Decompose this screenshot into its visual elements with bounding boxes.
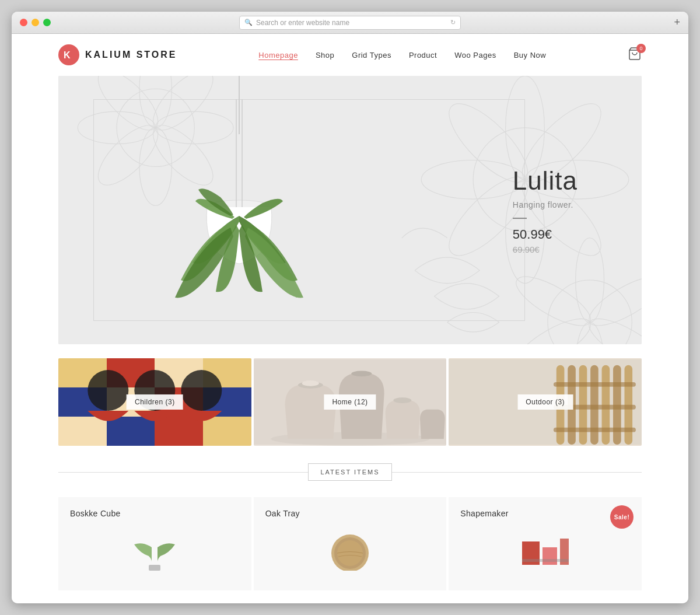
svg-rect-56 [542,547,557,565]
minimize-button[interactable] [32,19,39,26]
reload-icon[interactable]: ↻ [450,19,456,26]
product-img-svg-0 [120,530,190,571]
svg-point-21 [548,280,632,344]
sale-badge: Sale! [610,505,634,529]
svg-point-24 [583,310,642,344]
maximize-button[interactable] [43,19,51,26]
svg-rect-47 [625,365,633,445]
category-label-children: Children (3) [127,394,183,410]
svg-rect-50 [554,428,636,432]
category-outdoor[interactable]: Outdoor (3) [449,358,642,446]
hero-product-name: Lulita [513,166,578,197]
nav-homepage[interactable]: Homepage [258,51,298,60]
plant-container [128,76,350,344]
latest-section: LATEST ITEMS Boskke Cube [58,463,642,590]
svg-point-54 [337,540,363,566]
svg-point-23 [583,268,642,335]
svg-rect-46 [613,365,621,445]
hero-product-subtitle: Hanging flower. [513,200,578,209]
category-home[interactable]: Home (12) [254,358,447,446]
product-title-1: Oak Tray [265,509,435,518]
address-bar[interactable]: 🔍 Search or enter website name ↻ [239,16,461,30]
svg-point-26 [510,310,597,344]
latest-title: LATEST ITEMS [308,463,391,481]
svg-point-39 [393,397,411,403]
site-header: K KALIUM STORE Homepage Shop Grid Types … [12,34,688,76]
svg-point-33 [181,370,222,411]
hero-text-block: Lulita Hanging flower. 50.99€ 69.90€ [513,166,578,254]
products-grid: Boskke Cube Oak Tray [58,497,642,590]
nav-product[interactable]: Product [409,51,437,60]
logo-icon: K [58,44,79,65]
svg-point-37 [302,380,318,386]
cart-badge: 0 [636,44,646,53]
product-card-2[interactable]: Sale! Shapemaker [449,497,642,590]
logo-text: KALIUM STORE [85,50,177,60]
search-icon: 🔍 [244,19,253,26]
latest-line-left [58,472,308,473]
browser-window: 🔍 Search or enter website name ↻ + K KAL… [12,12,688,603]
close-button[interactable] [20,19,27,26]
svg-rect-43 [579,365,587,445]
new-tab-button[interactable]: + [674,16,680,29]
svg-text:K: K [64,50,71,60]
nav-shop[interactable]: Shop [316,51,334,60]
svg-rect-48 [554,382,636,387]
plant-svg [146,99,332,344]
hero-divider [513,218,527,219]
window-controls [20,19,51,26]
nav-grid-types[interactable]: Grid Types [352,51,391,60]
product-title-2: Shapemaker [460,509,630,518]
svg-rect-58 [522,559,569,562]
latest-line-right [392,472,642,473]
nav-buy-now[interactable]: Buy Now [514,51,547,60]
category-label-home: Home (12) [324,394,376,410]
website-content: K KALIUM STORE Homepage Shop Grid Types … [12,34,688,603]
category-children[interactable]: Children (3) [58,358,251,446]
latest-header: LATEST ITEMS [58,463,642,481]
hero-price-new: 50.99€ [513,227,578,242]
category-label-outdoor: Outdoor (3) [517,394,573,410]
hero-section: Lulita Hanging flower. 50.99€ 69.90€ [58,76,642,344]
hero-price-old: 69.90€ [513,244,578,254]
product-image-1 [265,524,435,571]
site-nav: Homepage Shop Grid Types Product Woo Pag… [258,51,546,60]
product-card-1[interactable]: Oak Tray [254,497,447,590]
logo-area[interactable]: K KALIUM STORE [58,44,177,65]
product-title-0: Boskke Cube [70,509,240,518]
product-img-svg-2 [510,530,580,571]
browser-titlebar: 🔍 Search or enter website name ↻ + [12,12,688,34]
nav-woo-pages[interactable]: Woo Pages [454,51,496,60]
svg-rect-45 [602,365,610,445]
categories-section: Children (3) [58,358,642,446]
svg-point-31 [88,370,128,411]
product-img-svg-1 [315,530,385,571]
cart-button[interactable]: 0 [628,47,642,63]
product-card-0[interactable]: Boskke Cube [58,497,251,590]
product-image-2 [460,524,630,571]
product-image-0 [70,524,240,571]
address-text: Search or enter website name [256,19,349,27]
svg-rect-44 [590,365,598,445]
svg-point-38 [351,371,372,377]
svg-rect-51 [149,565,160,571]
